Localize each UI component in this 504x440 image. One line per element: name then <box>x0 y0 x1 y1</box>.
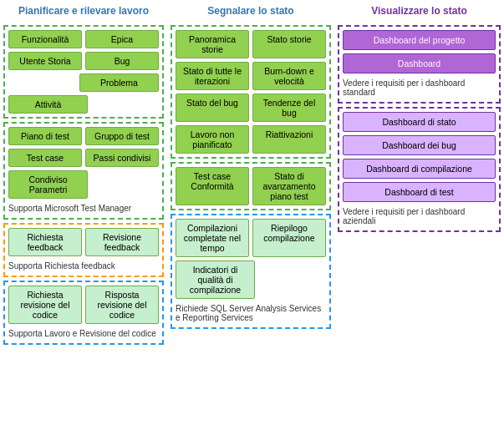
btn-stato-iterazioni[interactable]: Stato di tutte le iterazioni <box>176 62 249 90</box>
vis-enterprise-note: Vedere i requisiti per i dashboard azien… <box>343 205 496 227</box>
btn-funzionalita[interactable]: Funzionalità <box>8 30 82 48</box>
header-report: Segnalare lo stato <box>167 0 334 22</box>
btn-stato-avanzamento[interactable]: Stato di avanzamento piano test <box>252 167 326 205</box>
btn-epica[interactable]: Epica <box>85 30 159 48</box>
btn-panoramica-storie[interactable]: Panoramica storie <box>176 30 249 58</box>
btn-risposta-revisione[interactable]: Risposta revisione del codice <box>85 286 159 324</box>
header-row: Pianificare e rilevare lavoro Segnalare … <box>0 0 504 22</box>
plan-code-row-1: Richiesta revisione del codice Risposta … <box>8 286 159 324</box>
btn-compilazioni-completate[interactable]: Compilazioni completate nel tempo <box>176 219 249 257</box>
col-visualize-body: Dashboard del progetto Dashboard Vedere … <box>334 22 504 348</box>
col-plan-body: Funzionalità Epica Utente Storia Bug Pro… <box>0 22 167 348</box>
vis-section-standard: Dashboard del progetto Dashboard Vedere … <box>338 25 501 104</box>
btn-stato-bug[interactable]: Stato del bug <box>176 94 249 122</box>
header-visualize: Visualizzare lo stato <box>334 0 504 22</box>
plan-row-4: Attività <box>8 95 159 114</box>
plan-section-test: Piano di test Gruppo di test Test case P… <box>3 122 164 220</box>
vis-section-enterprise: Dashboard di stato Dashboard dei bug Das… <box>338 107 501 232</box>
vis-standard-note: Vedere i requisiti per i dashboard stand… <box>343 77 496 99</box>
content-row: Funzionalità Epica Utente Storia Bug Pro… <box>0 22 504 348</box>
plan-section-workitems: Funzionalità Epica Utente Storia Bug Pro… <box>3 25 164 119</box>
report-row-2: Stato di tutte le iterazioni Burn-down e… <box>176 62 326 90</box>
btn-richiesta-revisione[interactable]: Richiesta revisione del codice <box>8 286 82 324</box>
plan-row-3: Problema <box>8 73 159 92</box>
btn-dashboard-compilazione[interactable]: Dashboard di compilazione <box>343 159 496 179</box>
report-build-row-2: Indicatori di qualità di compilazione <box>176 260 326 299</box>
btn-condiviso-param[interactable]: Condiviso Parametri <box>8 170 88 199</box>
report-section-test: Test case Conformità Stato di avanzament… <box>171 162 331 210</box>
btn-indicatori-qualita[interactable]: Indicatori di qualità di compilazione <box>176 260 255 299</box>
btn-riepilogo-compilazione[interactable]: Riepilogo compilazione <box>252 219 326 257</box>
plan-row-2: Utente Storia Bug <box>8 52 159 70</box>
report-row-1: Panoramica storie Stato storie <box>176 30 326 58</box>
report-row-4: Lavoro non pianificato Riattivazioni <box>176 125 326 154</box>
report-build-row-1: Compilazioni completate nel tempo Riepil… <box>176 219 326 257</box>
col-report-body: Panoramica storie Stato storie Stato di … <box>167 22 334 348</box>
btn-burndown[interactable]: Burn-down e velocità <box>252 62 326 90</box>
plan-test-row-2: Test case Passi condivisi <box>8 149 159 167</box>
btn-attivita[interactable]: Attività <box>8 95 88 114</box>
report-section-stories: Panoramica storie Stato storie Stato di … <box>171 25 331 159</box>
report-test-row-1: Test case Conformità Stato di avanzament… <box>176 167 326 205</box>
btn-dashboard[interactable]: Dashboard <box>343 53 496 73</box>
btn-test-case[interactable]: Test case <box>8 149 82 167</box>
btn-riattivazioni[interactable]: Riattivazioni <box>252 125 326 154</box>
btn-gruppo-test[interactable]: Gruppo di test <box>85 127 159 145</box>
btn-piano-test[interactable]: Piano di test <box>8 127 82 145</box>
plan-code-note: Supporta Lavoro e Revisione del codice <box>8 327 159 340</box>
plan-test-row-3: Condiviso Parametri <box>8 170 159 199</box>
plan-test-note: Supporta Microsoft Test Manager <box>8 202 159 215</box>
report-row-3: Stato del bug Tendenze del bug <box>176 94 326 122</box>
btn-testcase-conformita[interactable]: Test case Conformità <box>176 167 249 205</box>
btn-bug[interactable]: Bug <box>85 52 159 70</box>
btn-dashboard-stato[interactable]: Dashboard di stato <box>343 112 496 132</box>
btn-dashboard-progetto[interactable]: Dashboard del progetto <box>343 30 496 50</box>
header-plan: Pianificare e rilevare lavoro <box>0 0 167 22</box>
plan-row-1: Funzionalità Epica <box>8 30 159 48</box>
btn-tendenze-bug[interactable]: Tendenze del bug <box>252 94 326 122</box>
main-container: Pianificare e rilevare lavoro Segnalare … <box>0 0 504 348</box>
plan-section-feedback: Richiesta feedback Revisione feedback Su… <box>3 223 164 277</box>
plan-feedback-row-1: Richiesta feedback Revisione feedback <box>8 228 159 256</box>
btn-stato-storie[interactable]: Stato storie <box>252 30 326 58</box>
plan-section-code-review: Richiesta revisione del codice Risposta … <box>3 281 164 345</box>
plan-test-row-1: Piano di test Gruppo di test <box>8 127 159 145</box>
report-build-note: Richiede SQL Server Analysis Services e … <box>176 302 326 324</box>
btn-richiesta-feedback[interactable]: Richiesta feedback <box>8 228 82 256</box>
btn-utente-storia[interactable]: Utente Storia <box>8 52 82 70</box>
btn-problema[interactable]: Problema <box>79 73 159 92</box>
report-section-build: Compilazioni completate nel tempo Riepil… <box>171 214 331 329</box>
btn-dashboard-bug[interactable]: Dashboard dei bug <box>343 135 496 155</box>
btn-lavoro-non-pianificato[interactable]: Lavoro non pianificato <box>176 125 249 154</box>
plan-feedback-note: Supporta Richiesta feedback <box>8 260 159 272</box>
btn-dashboard-test[interactable]: Dashboard di test <box>343 182 496 202</box>
btn-revisione-feedback[interactable]: Revisione feedback <box>85 228 159 256</box>
btn-passi-condivisi[interactable]: Passi condivisi <box>85 149 159 167</box>
